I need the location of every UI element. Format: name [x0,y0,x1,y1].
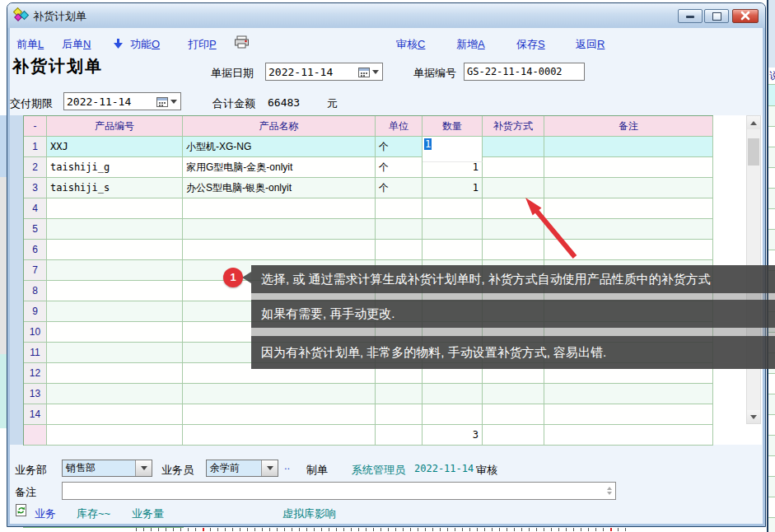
cell-name[interactable]: 小型机-XG-NG [183,137,376,157]
save-button[interactable]: 保存S [516,37,545,52]
cell-qty[interactable]: 1 [423,178,483,198]
cell-code[interactable] [47,198,183,219]
cell-method[interactable] [483,178,544,198]
staff-combo[interactable]: 余学前 [206,460,278,477]
cell-qty[interactable] [423,198,483,219]
cell-method[interactable] [483,157,544,178]
cell-unit[interactable] [376,384,423,404]
row-number-cell[interactable]: 7 [24,260,47,281]
cell-code[interactable]: taishiji_g [47,157,183,178]
cell-code[interactable] [47,240,183,260]
return-button[interactable]: 返回R [576,37,605,52]
row-number-cell[interactable]: 1 [24,137,47,157]
column-header-5[interactable]: 补货方式 [483,116,544,137]
cell-name[interactable]: 办公S型电脑-银奥-onlyit [183,178,376,198]
cell-code[interactable] [47,260,183,281]
cell-name[interactable] [183,384,376,404]
cell-remark[interactable] [544,198,713,219]
column-header-1[interactable]: 产品编号 [47,116,183,137]
dept-combo-button[interactable] [135,460,152,476]
scrollbar-thumb[interactable] [748,138,759,166]
row-number-cell[interactable]: 13 [24,384,47,404]
close-button[interactable] [732,9,759,23]
cell-code[interactable] [47,343,183,363]
scroll-up-button[interactable] [747,116,760,129]
column-header-4[interactable]: 数量 [423,116,483,137]
column-header-0[interactable]: - [24,116,47,137]
row-number-cell[interactable]: 2 [24,157,47,178]
cell-remark[interactable] [544,404,713,425]
stock-link[interactable]: 库存~~ [77,506,110,521]
deadline-field[interactable]: 2022-11-14 [63,92,181,110]
cell-qty[interactable] [423,219,483,240]
cell-code[interactable] [47,384,183,404]
cell-name[interactable] [183,240,376,260]
row-number-cell[interactable]: 6 [24,240,47,260]
audit-button[interactable]: 审核C [396,37,425,52]
spinner-icon[interactable] [607,487,612,495]
chevron-down-icon[interactable] [372,70,379,74]
row-number-cell[interactable]: 14 [24,404,47,425]
cell-name[interactable]: 家用G型电脑-金奥-onlyit [183,157,376,178]
cell-code[interactable]: XXJ [47,137,183,157]
remark-input[interactable] [62,482,616,500]
cell-remark[interactable] [544,157,713,178]
cell-remark[interactable] [544,219,713,240]
cell-code[interactable] [47,322,183,343]
cell-method[interactable] [483,240,544,260]
row-number-cell[interactable]: 12 [24,363,47,384]
dots-label[interactable]: .. [284,460,290,472]
cell-method[interactable] [483,404,544,425]
print-button[interactable]: 打印P [188,37,217,52]
cell-unit[interactable] [376,240,423,260]
dept-combo[interactable]: 销售部 [62,460,152,477]
business-volume-link[interactable]: 业务量 [132,506,164,521]
cell-qty[interactable] [423,384,483,404]
cell-method[interactable] [483,198,544,219]
cell-remark[interactable] [544,240,713,260]
cell-method[interactable] [483,219,544,240]
cell-qty[interactable] [423,240,483,260]
cell-unit[interactable] [376,404,423,425]
cell-code[interactable] [47,363,183,384]
column-header-6[interactable]: 备注 [544,116,713,137]
cell-code[interactable]: taishiji_s [47,178,183,198]
row-number-cell[interactable]: 5 [24,219,47,240]
cell-method[interactable] [483,384,544,404]
calendar-icon[interactable] [156,96,168,107]
cell-unit[interactable]: 个 [376,178,423,198]
column-header-3[interactable]: 单位 [376,116,423,137]
cell-qty-editor[interactable]: 1 [423,137,483,162]
cell-method[interactable] [483,137,544,157]
functions-button[interactable]: 功能O [130,37,160,52]
cell-unit[interactable] [376,198,423,219]
scroll-down-button[interactable] [747,410,760,423]
row-number-cell[interactable]: 3 [24,178,47,198]
document-refresh-icon[interactable] [15,503,28,520]
next-doc-button[interactable]: 后单N [62,37,91,52]
cell-remark[interactable] [544,384,713,404]
cell-code[interactable] [47,281,183,301]
row-number-cell[interactable]: 8 [24,281,47,301]
cell-unit[interactable]: 个 [376,137,423,157]
row-number-cell[interactable]: 10 [24,322,47,343]
cell-code[interactable] [47,404,183,425]
staff-combo-button[interactable] [261,460,278,476]
printer-icon[interactable] [234,35,250,52]
cell-remark[interactable] [544,178,713,198]
column-header-2[interactable]: 产品名称 [183,116,376,137]
doc-no-field[interactable]: GS-22-11-14-0002 [464,63,585,81]
cell-code[interactable] [47,219,183,240]
new-button[interactable]: 新增A [456,37,485,52]
cell-code[interactable] [47,301,183,322]
cell-unit[interactable]: 个 [376,157,423,178]
row-number-cell[interactable]: 4 [24,198,47,219]
doc-date-field[interactable]: 2022-11-14 [265,63,383,81]
prev-doc-button[interactable]: 前单L [16,37,44,52]
minimize-button[interactable] [678,9,703,23]
title-bar[interactable] [7,3,765,28]
calendar-icon[interactable] [358,67,370,77]
business-link[interactable]: 业务 [35,506,56,521]
row-number-cell[interactable]: 9 [24,301,47,322]
maximize-button[interactable] [704,9,729,23]
